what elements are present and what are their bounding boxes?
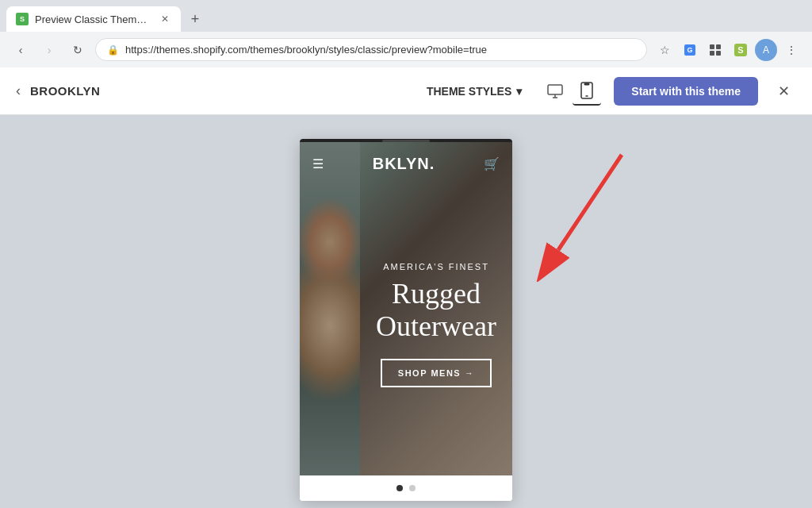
start-with-theme-button[interactable]: Start with this theme xyxy=(614,77,758,106)
hamburger-icon[interactable]: ☰ xyxy=(312,156,324,171)
svg-rect-4 xyxy=(710,51,714,56)
browser-chrome: S Preview Classic Theme - Broo... ✕ + ‹ … xyxy=(0,0,812,67)
close-icon: ✕ xyxy=(778,83,790,100)
close-preview-button[interactable]: ✕ xyxy=(771,79,796,104)
back-button[interactable]: ‹ xyxy=(10,39,32,61)
mobile-preview-frame: ☰ BKLYN. 🛒 AMERICA'S FINEST Rugged Outer… xyxy=(300,139,512,501)
cart-icon[interactable]: 🛒 xyxy=(484,156,500,171)
device-switcher xyxy=(541,77,601,106)
profile-extension-button[interactable]: G xyxy=(679,39,701,61)
active-tab[interactable]: S Preview Classic Theme - Broo... ✕ xyxy=(6,6,181,32)
back-chevron-icon: ‹ xyxy=(16,83,21,99)
hero-image: ☰ BKLYN. 🛒 AMERICA'S FINEST Rugged Outer… xyxy=(300,142,512,475)
new-tab-button[interactable]: + xyxy=(184,8,206,30)
back-to-themes-button[interactable]: ‹ xyxy=(16,83,21,99)
hero-title-line1: Rugged xyxy=(392,278,481,310)
carousel-dot-2[interactable] xyxy=(409,485,416,491)
tab-favicon: S xyxy=(16,13,29,25)
hero-subtitle: AMERICA'S FINEST xyxy=(376,262,496,271)
lock-icon: 🔒 xyxy=(107,44,119,56)
theme-styles-label: THEME STYLES xyxy=(427,85,511,98)
hero-title: Rugged Outerwear xyxy=(376,278,496,344)
nav-actions: ☆ G S A ⋮ xyxy=(653,39,802,61)
svg-rect-8 xyxy=(548,85,562,94)
theme-toolbar: ‹ BROOKLYN THEME STYLES ▾ Start with thi… xyxy=(0,67,812,115)
menu-button[interactable]: ⋮ xyxy=(780,39,802,61)
store-logo: BKLYN. xyxy=(373,155,435,173)
svg-text:S: S xyxy=(737,45,743,55)
carousel-dots xyxy=(300,475,512,501)
profile-button[interactable]: A xyxy=(755,39,777,61)
bookmark-button[interactable]: ☆ xyxy=(653,39,676,61)
store-header: ☰ BKLYN. 🛒 xyxy=(300,142,512,186)
svg-rect-5 xyxy=(716,51,721,56)
extension-button[interactable] xyxy=(704,39,726,61)
theme-styles-dropdown[interactable]: THEME STYLES ▾ xyxy=(420,80,528,102)
mobile-view-button[interactable] xyxy=(573,77,601,106)
hero-title-line2: Outerwear xyxy=(376,310,496,342)
hero-text-block: AMERICA'S FINEST Rugged Outerwear SHOP M… xyxy=(360,246,512,404)
dropdown-chevron-icon: ▾ xyxy=(516,85,522,98)
svg-text:G: G xyxy=(687,46,692,54)
mobile-icon xyxy=(580,82,594,99)
nav-bar: ‹ › ↻ 🔒 https://themes.shopify.com/theme… xyxy=(0,32,812,67)
desktop-view-button[interactable] xyxy=(541,77,569,106)
reload-button[interactable]: ↻ xyxy=(67,39,89,61)
address-bar[interactable]: 🔒 https://themes.shopify.com/themes/broo… xyxy=(95,38,647,61)
tab-title: Preview Classic Theme - Broo... xyxy=(35,13,152,25)
desktop-icon xyxy=(546,83,564,100)
url-text: https://themes.shopify.com/themes/brookl… xyxy=(125,44,487,56)
shopify-extension-button[interactable]: S xyxy=(730,39,752,61)
tab-close-button[interactable]: ✕ xyxy=(159,13,171,25)
mobile-content: ☰ BKLYN. 🛒 AMERICA'S FINEST Rugged Outer… xyxy=(300,142,512,501)
forward-button[interactable]: › xyxy=(38,39,60,61)
carousel-dot-1[interactable] xyxy=(396,485,403,491)
shop-button[interactable]: SHOP MENS → xyxy=(381,359,492,387)
theme-name-label: BROOKLYN xyxy=(30,84,100,98)
svg-rect-2 xyxy=(710,44,714,49)
svg-rect-3 xyxy=(716,44,721,49)
preview-area: ☰ BKLYN. 🛒 AMERICA'S FINEST Rugged Outer… xyxy=(0,115,812,508)
tab-bar: S Preview Classic Theme - Broo... ✕ + xyxy=(0,0,812,32)
red-arrow-annotation xyxy=(495,139,653,285)
